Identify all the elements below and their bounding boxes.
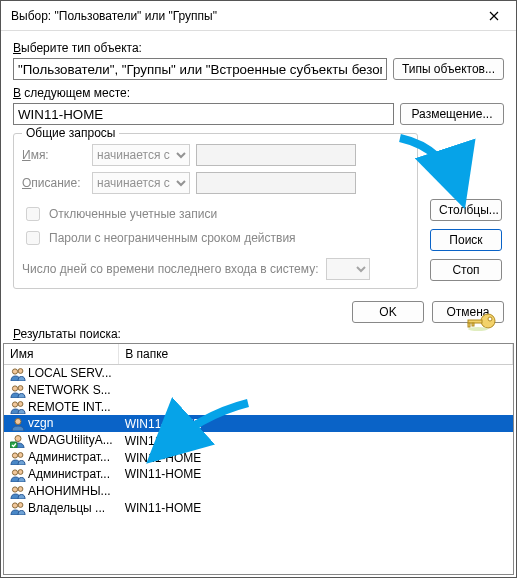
cell-folder: WIN11-HOME bbox=[119, 432, 513, 449]
cell-folder bbox=[119, 483, 513, 500]
cell-folder bbox=[119, 399, 513, 416]
cell-name: NETWORK S... bbox=[4, 382, 119, 399]
col-header-name[interactable]: Имя bbox=[4, 344, 119, 365]
columns-button[interactable]: Столбцы... bbox=[430, 199, 502, 221]
svg-point-6 bbox=[12, 369, 17, 374]
cell-folder: WIN11-HOME bbox=[119, 466, 513, 483]
svg-point-0 bbox=[481, 314, 495, 328]
object-types-button[interactable]: Типы объектов... bbox=[393, 58, 504, 80]
dialog-button-bar: OK Отмена bbox=[1, 293, 516, 327]
right-button-column: Столбцы... Поиск Стоп bbox=[430, 199, 502, 281]
cell-name: Администрат... bbox=[4, 449, 119, 466]
dialog-body: Выберите тип объекта: Типы объектов... В… bbox=[1, 31, 516, 293]
location-button[interactable]: Размещение... bbox=[400, 103, 504, 125]
cell-folder: WIN11-HOME bbox=[119, 500, 513, 517]
svg-point-9 bbox=[18, 385, 23, 390]
svg-point-7 bbox=[18, 368, 23, 373]
name-filter-input[interactable] bbox=[196, 144, 356, 166]
search-button[interactable]: Поиск bbox=[430, 229, 502, 251]
svg-point-20 bbox=[18, 486, 23, 491]
cell-folder: WIN11-HOME bbox=[119, 415, 513, 432]
svg-point-15 bbox=[12, 453, 17, 458]
object-types-field bbox=[13, 58, 387, 80]
cell-folder: WIN11-HOME bbox=[119, 449, 513, 466]
svg-point-22 bbox=[18, 503, 23, 508]
table-row[interactable]: АНОНИМНЫ... bbox=[4, 483, 513, 500]
col-header-folder[interactable]: В папке bbox=[119, 344, 513, 365]
close-button[interactable] bbox=[472, 1, 516, 31]
name-filter-label: Имя: bbox=[22, 148, 86, 162]
cell-name: LOCAL SERV... bbox=[4, 365, 119, 382]
desc-filter-input[interactable] bbox=[196, 172, 356, 194]
results-table: Имя В папке LOCAL SERV...NETWORK S...REM… bbox=[4, 344, 513, 516]
svg-point-5 bbox=[468, 327, 488, 331]
results-label: Результаты поиска: bbox=[1, 327, 516, 343]
title-bar: Выбор: "Пользователи" или "Группы" bbox=[1, 1, 516, 31]
group-icon bbox=[10, 501, 26, 515]
svg-point-12 bbox=[15, 419, 21, 425]
location-label: В следующем месте: bbox=[13, 86, 504, 100]
table-row[interactable]: Владельцы ...WIN11-HOME bbox=[4, 500, 513, 517]
svg-point-21 bbox=[12, 503, 17, 508]
name-filter-mode[interactable]: начинается с bbox=[92, 144, 190, 166]
table-row[interactable]: Администрат...WIN11-HOME bbox=[4, 466, 513, 483]
results-list[interactable]: Имя В папке LOCAL SERV...NETWORK S...REM… bbox=[3, 343, 514, 575]
cell-name: vzgn bbox=[4, 415, 119, 432]
ok-button[interactable]: OK bbox=[352, 301, 424, 323]
svg-rect-3 bbox=[468, 323, 470, 327]
days-since-logon-label: Число дней со времени последнего входа в… bbox=[22, 262, 318, 276]
group-icon bbox=[10, 367, 26, 381]
close-icon bbox=[489, 11, 499, 21]
object-type-label: Выберите тип объекта: bbox=[13, 41, 504, 55]
cell-name: Владельцы ... bbox=[4, 500, 119, 517]
svg-point-18 bbox=[18, 469, 23, 474]
svg-point-17 bbox=[12, 470, 17, 475]
cell-name: REMOTE INT... bbox=[4, 399, 119, 416]
svg-point-10 bbox=[12, 402, 17, 407]
nonexpiring-pw-label: Пароли с неограниченным сроком действия bbox=[49, 231, 296, 245]
desc-filter-label: Описание: bbox=[22, 176, 86, 190]
common-queries-legend: Общие запросы bbox=[22, 126, 119, 140]
cell-name: АНОНИМНЫ... bbox=[4, 483, 119, 500]
svg-point-11 bbox=[18, 402, 23, 407]
nonexpiring-pw-checkbox[interactable] bbox=[26, 231, 40, 245]
days-since-logon-combo[interactable] bbox=[326, 258, 370, 280]
user-badge-icon bbox=[10, 434, 26, 448]
key-icon bbox=[466, 309, 498, 333]
group-icon bbox=[10, 384, 26, 398]
cell-folder bbox=[119, 382, 513, 399]
disabled-accounts-checkbox[interactable] bbox=[26, 207, 40, 221]
user-icon bbox=[10, 417, 26, 431]
table-row[interactable]: LOCAL SERV... bbox=[4, 365, 513, 382]
location-field bbox=[13, 103, 394, 125]
group-icon bbox=[10, 451, 26, 465]
table-row[interactable]: vzgnWIN11-HOME bbox=[4, 415, 513, 432]
group-icon bbox=[10, 468, 26, 482]
window-title: Выбор: "Пользователи" или "Группы" bbox=[11, 9, 472, 23]
table-row[interactable]: WDAGUtilityA...WIN11-HOME bbox=[4, 432, 513, 449]
dialog-window: Выбор: "Пользователи" или "Группы" Выбер… bbox=[0, 0, 517, 578]
stop-button[interactable]: Стоп bbox=[430, 259, 502, 281]
table-row[interactable]: REMOTE INT... bbox=[4, 399, 513, 416]
group-icon bbox=[10, 485, 26, 499]
table-row[interactable]: NETWORK S... bbox=[4, 382, 513, 399]
svg-point-16 bbox=[18, 453, 23, 458]
svg-point-8 bbox=[12, 386, 17, 391]
svg-point-13 bbox=[15, 436, 21, 442]
cell-name: WDAGUtilityA... bbox=[4, 432, 119, 449]
cell-folder bbox=[119, 365, 513, 382]
disabled-accounts-label: Отключенные учетные записи bbox=[49, 207, 217, 221]
table-row[interactable]: Администрат...WIN11-HOME bbox=[4, 449, 513, 466]
group-icon bbox=[10, 400, 26, 414]
desc-filter-mode[interactable]: начинается с bbox=[92, 172, 190, 194]
svg-rect-4 bbox=[472, 323, 474, 326]
common-queries-group: Общие запросы Имя: начинается с Описание… bbox=[13, 133, 418, 289]
cell-name: Администрат... bbox=[4, 466, 119, 483]
svg-point-1 bbox=[488, 317, 492, 321]
svg-point-19 bbox=[12, 487, 17, 492]
